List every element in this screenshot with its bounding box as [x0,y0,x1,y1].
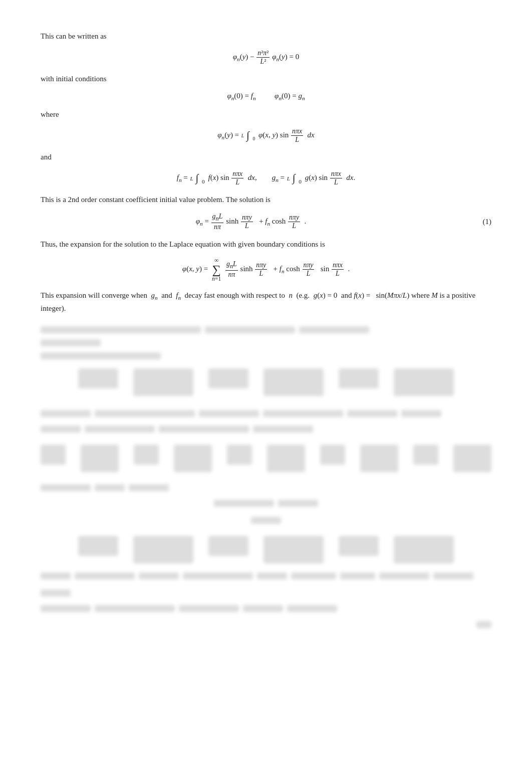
equation-full-solution: φ(x, y) = ∞ ∑ n=1 gnL nπ sinh nπy L + fn… [41,257,491,282]
equation-1: φn(y) − n²π² L² φn(y) = 0 [41,49,491,66]
equation-phi-integral: φn(y) = L ∫ 0 φ(x, y) sin nπx L dx [41,127,491,144]
where-text: where [41,108,491,120]
blurred-section-2 [41,407,491,631]
constant-coeff-text: This is a 2nd order constant coefficient… [41,193,491,206]
equation-fn-gn: fn = L ∫ 0 f(x) sin nπx L dx, gn = L ∫ 0… [41,170,491,186]
and-text: and [41,151,491,163]
initial-conditions-text: with initial conditions [41,73,491,85]
thus-text: Thus, the expansion for the solution to … [41,238,491,250]
intro-text: This can be written as [41,30,491,42]
blurred-section-1 [41,323,491,396]
page-content: This can be written as φn(y) − n²π² L² φ… [41,30,491,631]
equation-phi-solution: φn = gnL nπ sinh nπy L + fn cosh nπy L .… [41,213,491,231]
equation-ic: φn(0) = fn φn(0) = gn [41,92,491,101]
convergence-text: This expansion will converge when gn and… [41,289,491,314]
eq-number: (1) [483,218,492,226]
